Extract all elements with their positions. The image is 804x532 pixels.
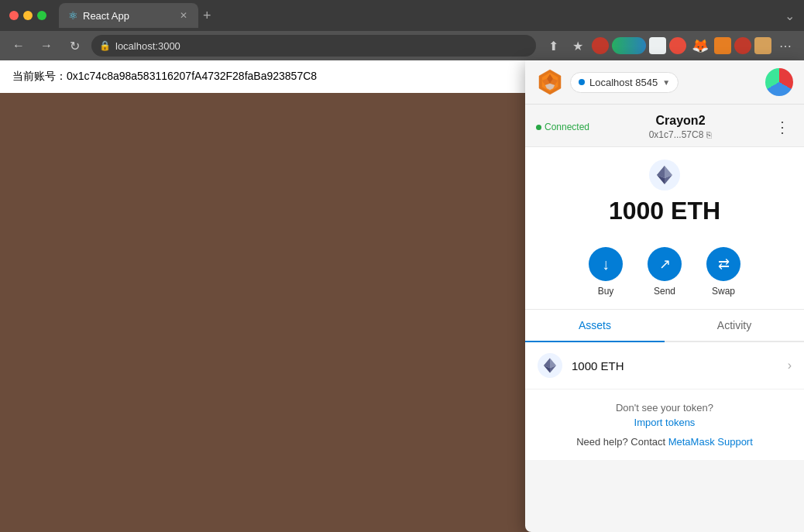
buy-icon-circle: ↓: [589, 247, 623, 281]
assets-tab-label: Assets: [579, 319, 611, 331]
forward-button[interactable]: →: [36, 35, 57, 57]
address-short-text: 0x1c7...57C8: [649, 129, 704, 140]
account-label: 当前账号：0x1c74c8a98a583116207fA4732F28faBa9…: [12, 70, 317, 82]
tab-overflow-button[interactable]: ⌄: [785, 9, 795, 23]
extensions-button[interactable]: 🦊: [689, 35, 711, 57]
account-more-button[interactable]: ⋮: [771, 116, 793, 138]
reload-icon: ↻: [70, 39, 80, 53]
asset-item-eth[interactable]: 1000 ETH ›: [525, 342, 804, 390]
network-status-dot: [579, 79, 585, 85]
back-icon: ←: [12, 39, 25, 53]
profile-color-2[interactable]: [649, 37, 666, 54]
asset-eth-icon: [538, 353, 562, 378]
window-controls: [9, 11, 46, 20]
asset-name: 1000 ETH: [572, 359, 782, 372]
mm-account-section: Connected Crayon2 0x1c7...57C8 ⎘ ⋮: [525, 105, 804, 147]
more-icon: ⋯: [779, 39, 792, 53]
reload-button[interactable]: ↻: [64, 35, 85, 57]
bookmark-icon: ★: [572, 39, 583, 53]
address-bar[interactable]: 🔒 localhost:3000: [91, 35, 536, 57]
swap-icon: ⇄: [718, 256, 730, 273]
buy-icon: ↓: [602, 256, 610, 273]
tab-title: React App: [83, 10, 129, 22]
profile-color-5[interactable]: [734, 37, 751, 54]
account-name: Crayon2: [589, 114, 771, 128]
share-icon: ⬆: [548, 39, 558, 53]
profile-color-3[interactable]: [669, 37, 686, 54]
address-bar-row: ← → ↻ 🔒 localhost:3000 ⬆ ★ 🦊: [0, 31, 804, 60]
network-label: Localhost 8545: [589, 77, 658, 88]
copy-address-icon: ⎘: [706, 130, 712, 139]
metamask-popup: Localhost 8545 ▼ Connected Crayon2 0x1c7…: [525, 60, 804, 532]
swap-label: Swap: [712, 286, 735, 297]
buy-label: Buy: [598, 286, 614, 297]
eth-icon-circle: [649, 160, 680, 190]
more-vertical-icon: ⋮: [775, 118, 790, 136]
tab-favicon-icon: ⚛: [68, 9, 78, 22]
eth-small-icon: [544, 358, 556, 373]
tab-bar: ⚛ React App ✕ +: [59, 3, 778, 28]
profile-color-1[interactable]: [592, 37, 609, 54]
activity-tab-label: Activity: [717, 319, 751, 331]
connected-indicator: Connected: [536, 122, 589, 132]
minimize-window-button[interactable]: [23, 11, 33, 20]
help-prefix: Need help? Contact: [576, 436, 668, 448]
account-avatar[interactable]: [765, 68, 793, 96]
assets-list: 1000 ETH ›: [525, 342, 804, 390]
connected-dot: [536, 125, 541, 130]
send-icon-circle: ↗: [648, 247, 682, 281]
metamask-logo: [536, 68, 564, 96]
maximize-window-button[interactable]: [37, 11, 46, 20]
send-icon: ↗: [659, 256, 671, 273]
share-button[interactable]: ⬆: [542, 35, 564, 57]
bookmark-button[interactable]: ★: [567, 35, 589, 57]
url-text: localhost:3000: [115, 40, 180, 52]
swap-button[interactable]: ⇄ Swap: [706, 247, 740, 297]
connected-label: Connected: [545, 122, 589, 132]
mm-tabs: Assets Activity: [525, 310, 804, 342]
eth-diamond-icon: [657, 166, 672, 184]
tab-assets[interactable]: Assets: [525, 310, 665, 341]
help-text: Need help? Contact MetaMask Support: [538, 436, 792, 448]
lock-icon: 🔒: [99, 40, 111, 51]
swap-icon-circle: ⇄: [706, 247, 740, 281]
metamask-support-link[interactable]: MetaMask Support: [668, 436, 753, 448]
tab-activity[interactable]: Activity: [665, 310, 804, 341]
title-bar: ⚛ React App ✕ + ⌄: [0, 0, 804, 31]
no-token-text: Don't see your token?: [538, 402, 792, 414]
buy-button[interactable]: ↓ Buy: [589, 247, 623, 297]
profile-color-6[interactable]: [754, 37, 771, 54]
send-button[interactable]: ↗ Send: [648, 247, 682, 297]
profile-color-4[interactable]: [714, 37, 731, 54]
active-tab[interactable]: ⚛ React App ✕: [59, 3, 198, 28]
import-tokens-link[interactable]: Import tokens: [538, 417, 792, 428]
new-tab-button[interactable]: +: [198, 8, 216, 24]
account-name-block: Crayon2 0x1c7...57C8 ⎘: [589, 114, 771, 140]
network-selector-button[interactable]: Localhost 8545 ▼: [570, 72, 679, 93]
mm-header: Localhost 8545 ▼: [525, 60, 804, 105]
balance-section: 1000 ETH: [525, 147, 804, 247]
forward-icon: →: [40, 39, 53, 53]
browser-chrome: ⚛ React App ✕ + ⌄ ← → ↻ 🔒 localhost:3000…: [0, 0, 804, 60]
close-tab-button[interactable]: ✕: [178, 9, 189, 22]
send-label: Send: [654, 286, 675, 297]
more-button[interactable]: ⋯: [775, 35, 796, 57]
page-content: 当前账号：0x1c74c8a98a583116207fA4732F28faBa9…: [0, 60, 804, 532]
extensions-icon: 🦊: [692, 37, 709, 54]
back-button[interactable]: ←: [8, 35, 29, 57]
network-chevron-icon: ▼: [662, 78, 670, 87]
mm-actions: ↓ Buy ↗ Send ⇄ Swap: [525, 247, 804, 310]
toolbar-icons: ⬆ ★ 🦊 ⋯: [542, 35, 796, 57]
account-address[interactable]: 0x1c7...57C8 ⎘: [589, 129, 771, 140]
asset-chevron-icon: ›: [788, 359, 792, 372]
profile-color-bar[interactable]: [612, 37, 646, 54]
mm-footer: Don't see your token? Import tokens Need…: [525, 390, 804, 460]
close-window-button[interactable]: [9, 11, 19, 20]
balance-amount: 1000 ETH: [609, 197, 720, 225]
